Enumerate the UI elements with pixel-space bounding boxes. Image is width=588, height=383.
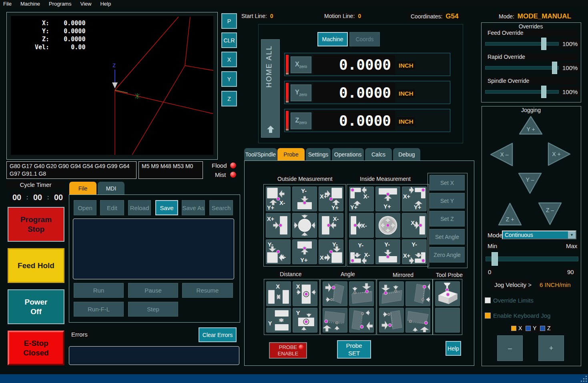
probe-distance-x-inside[interactable]: X xyxy=(293,281,317,306)
tab-settings[interactable]: Settings xyxy=(306,148,331,160)
gcode-editor-area[interactable] xyxy=(73,219,234,279)
probe-outside-corner-yminus-xplus[interactable]: Y-X+ xyxy=(319,239,343,264)
probe-tool-probe[interactable] xyxy=(435,281,460,306)
pause-button[interactable]: Pause xyxy=(128,283,178,298)
x-zero-button[interactable]: Xzero xyxy=(291,56,311,73)
probe-inside-corner-xminus-yplus[interactable]: X-Y+ xyxy=(349,186,374,211)
mist-led-indicator[interactable] xyxy=(230,172,236,178)
tab-mdi[interactable]: MDI xyxy=(98,182,124,195)
run-button[interactable]: Run xyxy=(74,283,124,298)
probe-inside-edge-yminus[interactable]: Y- xyxy=(375,239,400,264)
jog-axis-x-toggle[interactable]: X xyxy=(509,324,524,332)
tab-probe[interactable]: Probe xyxy=(277,148,305,160)
jog-z-minus-button[interactable]: Z – xyxy=(538,201,562,226)
jog-increment-minus-button[interactable]: – xyxy=(497,335,523,361)
backplot-viewport[interactable]: Z X: 0.0000 Y: 0.0000 Z: 0.0000 Vel: 0.0… xyxy=(11,16,213,155)
dropdown-arrow-icon[interactable]: ▼ xyxy=(568,231,576,239)
rapid-override-handle[interactable] xyxy=(552,62,557,74)
probe-inside-side-xminus[interactable]: X- xyxy=(349,213,374,238)
jog-x-plus-button[interactable]: X + xyxy=(547,142,572,166)
home-all-button[interactable]: HOME ALL xyxy=(261,39,280,138)
estop-button[interactable]: E-Stop Closed xyxy=(8,331,64,365)
set-y-button[interactable]: Set Y xyxy=(429,193,465,209)
probe-inside-edge-yplus[interactable]: Y+ xyxy=(375,186,400,211)
probe-outside-corner-xplus-yplus[interactable]: X+Y+ xyxy=(319,186,343,211)
save-as-button[interactable]: Save As xyxy=(182,200,205,215)
x-axis-checkbox[interactable] xyxy=(511,326,516,331)
help-button[interactable]: Help xyxy=(446,341,461,356)
probe-inside-side-xplus[interactable]: X+ xyxy=(402,213,427,238)
probe-outside-boss-center[interactable] xyxy=(292,213,317,238)
clear-errors-button[interactable]: Clear Errors xyxy=(199,327,237,342)
probe-distance-x-outside[interactable]: X xyxy=(266,281,291,306)
probe-inside-corner-yminus-xminus[interactable]: Y-X- xyxy=(349,239,374,264)
feed-override-slider[interactable] xyxy=(485,42,559,46)
menu-machine[interactable]: Machine xyxy=(20,1,40,7)
probe-inside-corner-xplus-yplus[interactable]: X+Y+ xyxy=(402,186,427,211)
tab-operations[interactable]: Operations xyxy=(332,148,364,160)
tab-tool-spindle[interactable]: Tool/Spindle xyxy=(244,148,277,160)
override-limits-checkbox[interactable] xyxy=(485,297,491,303)
jog-axis-z-toggle[interactable]: Z xyxy=(538,324,553,332)
tab-calcs[interactable]: Calcs xyxy=(365,148,392,160)
menu-help[interactable]: Help xyxy=(100,1,111,7)
rapid-override-slider[interactable] xyxy=(485,66,559,70)
jog-z-plus-button[interactable]: Z + xyxy=(498,202,522,227)
probe-mirrored-x-right[interactable] xyxy=(379,308,404,333)
jog-velocity-button[interactable]: Jog Velocity > xyxy=(492,280,530,291)
feed-override-handle[interactable] xyxy=(541,38,546,50)
y-axis-checkbox[interactable] xyxy=(526,326,531,331)
spindle-override-handle[interactable] xyxy=(541,86,546,98)
probe-outside-edge-yplus[interactable]: Y+ xyxy=(292,239,317,264)
probe-distance-y-inside[interactable]: Y xyxy=(293,308,317,333)
coords-button[interactable]: Coords xyxy=(349,32,380,46)
jog-velocity-slider[interactable] xyxy=(486,257,578,261)
open-button[interactable]: Open xyxy=(74,200,96,215)
resize-grip-icon[interactable] xyxy=(581,376,587,382)
set-z-button[interactable]: Set Z xyxy=(429,211,465,227)
probe-outside-side-xplus[interactable]: X+ xyxy=(266,213,291,238)
set-angle-button[interactable]: Set Angle xyxy=(429,229,465,245)
search-button[interactable]: Search xyxy=(209,200,233,215)
step-button[interactable]: Step xyxy=(128,302,178,317)
spindle-override-slider[interactable] xyxy=(485,90,559,94)
menu-programs[interactable]: Programs xyxy=(49,1,71,7)
view-clear-button[interactable]: CLR xyxy=(221,32,237,48)
probe-outside-corner-xminus-yplus[interactable]: X-Y+ xyxy=(266,186,291,211)
machine-coords-button[interactable]: Machine xyxy=(317,32,348,46)
probe-set-button[interactable]: Probe SET xyxy=(337,340,371,359)
probe-inside-corner-yminus-xplus[interactable]: Y-X+ xyxy=(402,239,427,264)
edit-button[interactable]: Edit xyxy=(100,200,124,215)
probe-angle-y-up[interactable] xyxy=(323,308,347,333)
z-zero-button[interactable]: Zzero xyxy=(291,112,311,129)
zero-angle-button[interactable]: Zero Angle xyxy=(429,247,465,263)
probe-angle-y-down[interactable] xyxy=(349,281,374,306)
menu-view[interactable]: View xyxy=(80,1,91,7)
probe-outside-edge-yminus[interactable]: Y- xyxy=(292,186,317,211)
probe-angle-x-left[interactable] xyxy=(349,308,374,333)
probe-outside-side-xminus[interactable]: X- xyxy=(319,213,343,238)
view-y-button[interactable]: Y xyxy=(221,71,237,87)
z-axis-checkbox[interactable] xyxy=(540,326,545,331)
probe-mirrored-x-left[interactable] xyxy=(405,281,430,306)
enable-keyboard-jog-checkbox[interactable] xyxy=(485,313,491,319)
y-zero-button[interactable]: Yzero xyxy=(291,84,311,101)
jog-x-minus-button[interactable]: X – xyxy=(489,142,514,167)
probe-inside-bore-center[interactable] xyxy=(375,213,400,238)
run-from-line-button[interactable]: Run-F-L xyxy=(74,302,124,317)
probe-distance-y-outside[interactable]: Y xyxy=(266,308,291,333)
reload-button[interactable]: Reload xyxy=(128,200,151,215)
jog-y-minus-button[interactable]: Y – xyxy=(518,172,542,195)
feed-hold-button[interactable]: Feed Hold xyxy=(8,248,64,283)
jog-axis-y-toggle[interactable]: Y xyxy=(524,324,538,332)
probe-mirrored-y-up[interactable] xyxy=(405,308,430,333)
flood-led-indicator[interactable] xyxy=(230,162,236,168)
jog-increment-plus-button[interactable]: + xyxy=(538,335,564,361)
jog-mode-dropdown[interactable]: Continuous ▼ xyxy=(502,231,576,239)
jog-velocity-handle[interactable] xyxy=(492,252,498,266)
resume-button[interactable]: Resume xyxy=(182,283,233,298)
view-x-button[interactable]: X xyxy=(221,52,237,67)
set-x-button[interactable]: Set X xyxy=(429,175,465,190)
tab-debug[interactable]: Debug xyxy=(393,148,420,160)
program-stop-button[interactable]: Program Stop xyxy=(8,207,64,242)
